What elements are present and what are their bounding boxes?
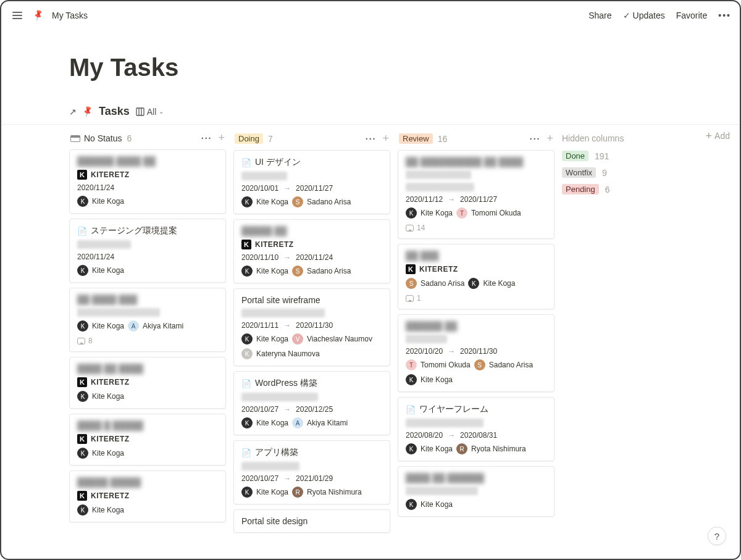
card-comments[interactable]: 1 [406,294,546,303]
arrow-right-icon: → [448,195,455,204]
card-date: 2020/11/12→2020/11/27 [406,195,546,204]
updates-button[interactable]: ✓ Updates [623,10,665,20]
avatar: V [292,333,303,345]
column-add-card[interactable]: + [218,133,225,143]
kanban-card[interactable]: Portal site wireframe2020/11/11→2020/11/… [233,288,390,366]
view-selector[interactable]: All ⌄ [136,107,164,117]
card-assignees: KKite KogaRRyota Nishimura [406,443,546,454]
column-add-card[interactable]: + [382,134,389,144]
assignee-name: Kite Koga [483,279,515,288]
arrow-right-icon: → [283,321,291,330]
arrow-right-icon: → [283,184,291,193]
kanban-card[interactable]: ██ ████ ███KKite KogaAAkiya Kitami8 [69,288,226,352]
column-header[interactable]: No Status6···+ [69,132,226,149]
open-as-page-icon[interactable]: ↗ [69,107,77,117]
redacted-text [406,487,478,495]
inbox-icon [70,135,80,142]
assignee-name: Kite Koga [92,322,124,330]
assignee-name: Kite Koga [421,445,453,453]
kanban-card[interactable]: █████ █████KKITERETZKKite Koga [69,470,226,522]
status-pill: Wontfix [562,167,596,178]
hidden-column-count: 191 [595,151,609,161]
kanban-card[interactable]: 📄アプリ構築2020/10/27→2021/01/29KKite KogaRRy… [233,440,390,504]
hidden-column-item[interactable]: Pending6 [562,184,685,194]
avatar: S [292,196,303,207]
card-title: ██████ ████ ██ [77,156,218,166]
column-count: 7 [268,134,273,144]
kanban-card[interactable]: 📄WordPress 構築2020/10/27→2020/12/25KKite … [233,371,390,435]
card-tag: KKITERETZ [77,491,218,501]
hidden-column-item[interactable]: Done191 [562,151,685,161]
hidden-column-count: 9 [602,168,607,178]
card-date: 2020/08/20→2020/08/31 [406,431,546,440]
kanban-card[interactable]: ██ ███KKITERETZSSadano ArisaKKite Koga1 [398,244,555,309]
database-title[interactable]: Tasks [99,105,130,118]
assignee-name: Kite Koga [92,449,124,458]
column-header[interactable]: Review16···+ [398,132,555,150]
document-icon: 📄 [241,448,251,458]
help-button[interactable]: ? [708,527,726,545]
assignee-name: Tomomi Okuda [471,209,521,217]
brand-logo-icon: K [241,240,251,249]
card-date: 2020/11/10→2020/11/24 [241,253,382,262]
menu-toggle[interactable] [10,9,25,22]
avatar: K [77,391,88,402]
column-more-menu[interactable]: ··· [366,134,377,144]
avatar: T [456,207,467,219]
kanban-card[interactable]: Portal site design [233,509,390,533]
kanban-column-review: Review16···+██ ██████████ ██ ████2020/11… [398,132,555,522]
column-more-menu[interactable]: ··· [201,133,212,143]
avatar: K [241,265,253,277]
redacted-text [406,183,474,191]
more-menu[interactable]: ••• [718,10,731,20]
kanban-card[interactable]: ██ ██████████ ██ ████2020/11/12→2020/11/… [398,150,555,239]
column-count: 6 [127,133,132,143]
status-pill: Review [399,133,433,144]
card-title: Portal site design [241,516,382,526]
kanban-card[interactable]: ██████ ██2020/10/20→2020/11/30TTomomi Ok… [398,314,555,392]
kanban-card[interactable]: █████ ██KKITERETZ2020/11/10→2020/11/24KK… [233,219,390,283]
kanban-card[interactable]: 📄ステージング環境提案2020/11/24KKite Koga [69,219,226,283]
column-more-menu[interactable]: ··· [530,134,541,144]
status-pill: Done [562,151,588,161]
card-title: ██ ███ [406,251,546,261]
arrow-right-icon: → [448,431,455,440]
svg-rect-0 [136,108,144,115]
card-title: 📄WordPress 構築 [241,378,382,389]
kanban-card[interactable]: ████ ██ ██████KKite Koga [398,466,555,517]
avatar: K [77,265,88,276]
kanban-card[interactable]: ████ █ █████KKITERETZKKite Koga [69,414,226,466]
assignee-name: Akiya Kitami [143,322,183,330]
card-assignees: KKite Koga [77,265,218,276]
card-assignees: KKite Koga [406,499,546,510]
column-add-card[interactable]: + [546,134,553,144]
card-title: ██ ██████████ ██ ████ [406,157,546,167]
redacted-text [241,462,299,470]
favorite-button[interactable]: Favorite [676,10,708,20]
column-count: 16 [438,134,448,144]
redacted-text [406,335,447,343]
kanban-card[interactable]: 📄ワイヤーフレーム2020/08/20→2020/08/31KKite Koga… [398,397,555,461]
kanban-card[interactable]: 📄UI デザイン2020/10/01→2020/11/27KKite KogaS… [233,150,390,214]
breadcrumb[interactable]: My Tasks [52,10,88,20]
assignee-name: Sadano Arisa [307,198,351,206]
card-comments[interactable]: 14 [406,224,546,232]
card-assignees: KKite KogaAAkiya Kitami [241,417,382,428]
kanban-card[interactable]: ██████ ████ ██KKITERETZ2020/11/24KKite K… [69,149,226,214]
assignee-name: Akiya Kitami [307,419,348,427]
add-column-button[interactable]: + Add [706,131,730,141]
hidden-column-item[interactable]: Wontfix9 [562,167,685,178]
column-header[interactable]: Doing7···+ [233,132,390,150]
document-icon: 📄 [77,227,87,236]
kanban-card[interactable]: ████ ██ ████KKITERETZKKite Koga [69,357,226,409]
share-button[interactable]: Share [588,10,611,20]
avatar: K [241,417,253,428]
card-comments[interactable]: 8 [77,336,218,345]
assignee-name: Kite Koga [92,266,124,275]
card-assignees: KKite Koga [77,391,218,402]
arrow-right-icon: → [283,405,291,414]
card-title: ████ ██ ██████ [406,473,546,483]
comment-icon [406,225,414,232]
assignee-name: Kite Koga [256,488,288,496]
avatar: R [456,443,467,454]
